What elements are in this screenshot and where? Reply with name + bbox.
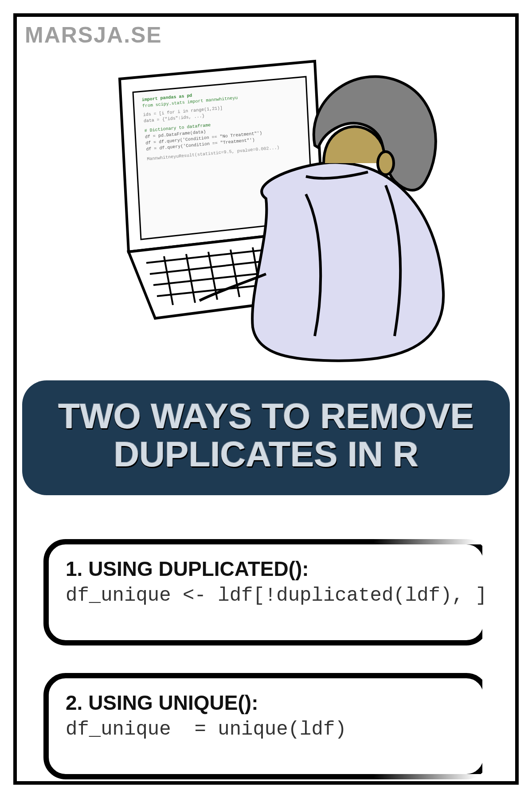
step-2-heading: 2. USING UNIQUE():	[66, 691, 466, 715]
svg-point-21	[378, 152, 394, 175]
step-2-code: df_unique = unique(ldf)	[66, 718, 466, 740]
main-title: TWO WAYS TO REMOVE DUPLICATES IN R	[35, 397, 497, 474]
person-at-laptop-illustration: import pandas as pd from scipy.stats imp…	[75, 43, 457, 363]
title-banner: TWO WAYS TO REMOVE DUPLICATES IN R	[22, 380, 510, 495]
code-box-1: 1. USING DUPLICATED(): df_unique <- ldf[…	[43, 539, 489, 645]
step-1-heading: 1. USING DUPLICATED():	[66, 557, 466, 581]
poster-frame: MARSJA.SE	[13, 13, 519, 785]
code-box-2: 2. USING UNIQUE(): df_unique = unique(ld…	[43, 673, 489, 779]
step-1-code: df_unique <- ldf[!duplicated(ldf), ]	[66, 584, 466, 606]
